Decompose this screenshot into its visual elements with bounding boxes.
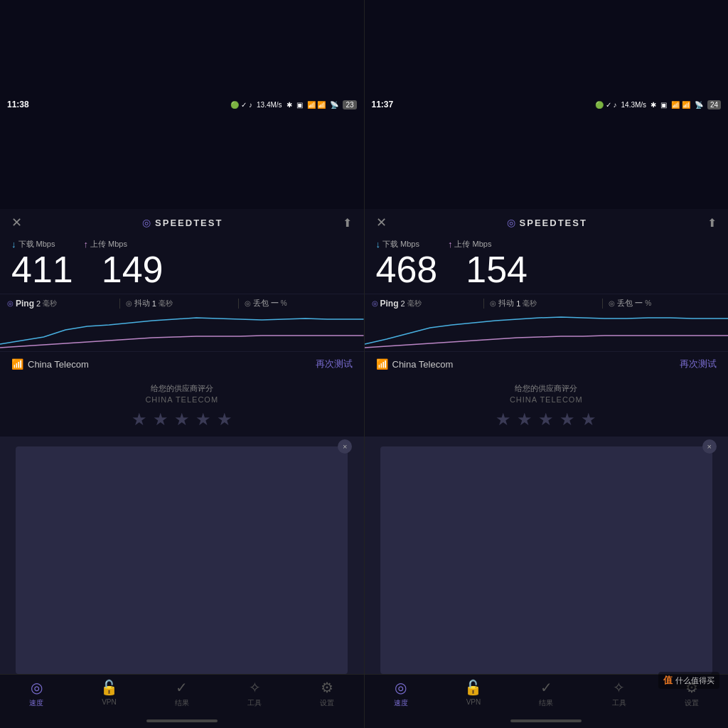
star-1-left[interactable]: ★ [132,410,147,429]
app-title-left: ◎ SPEEDTEST [142,217,223,228]
img-close-left[interactable]: × [338,439,352,454]
nav-vpn-label-right: VPN [466,698,481,706]
download-label-left: ↓ 下载 Mbps [11,239,55,250]
nav-speed-right[interactable]: ◎ 速度 [365,679,437,708]
ping-value-left: 2 [36,299,41,308]
nav-results-left[interactable]: ✓ 结果 [146,679,218,708]
graph-area-left [0,312,364,351]
nav-results-icon-left: ✓ [176,679,188,696]
share-button-left[interactable]: ⬆ [343,216,352,230]
rating-section-right: 给您的供应商评分 CHINA TELECOM ★ ★ ★ ★ ★ [365,376,729,437]
loss-item-right: ◎ 丢包 一 % [603,298,721,309]
ping-icon-right: ◎ [372,299,378,307]
graph-area-right [365,312,729,351]
speedtest-logo-left: ◎ [142,217,151,228]
dl-arrow-right: ↓ [376,239,381,250]
upload-speed-right: 154 [466,251,528,288]
ping-item-left: ◎ Ping 2 毫秒 [7,299,119,309]
wifi-icon-right: 📶 [376,358,388,370]
star-2-right[interactable]: ★ [517,410,532,429]
download-speed-right: 468 [376,251,438,288]
star-2-left[interactable]: ★ [153,410,168,429]
star-1-right[interactable]: ★ [496,410,511,429]
nav-results-right[interactable]: ✓ 结果 [510,679,582,708]
img-close-right[interactable]: × [702,439,717,454]
image-placeholder-left [16,446,348,674]
nav-tools-label-right: 工具 [612,698,626,708]
star-4-left[interactable]: ★ [196,410,211,429]
loss-unit-left: % [281,299,287,307]
wifi-icon-left: 📶 [11,358,23,370]
close-button-left[interactable]: ✕ [11,215,22,230]
ping-label-left: Ping [16,299,34,309]
close-button-right[interactable]: ✕ [376,215,387,230]
nav-tools-left[interactable]: ✧ 工具 [218,679,291,708]
star-5-left[interactable]: ★ [217,410,232,429]
jitter-icon-left: ◎ [126,299,132,307]
dl-arrow-left: ↓ [11,239,16,250]
ping-unit-left: 毫秒 [43,299,57,309]
speed-section-right: ↓ 下载 Mbps ↑ 上传 Mbps 468 154 [365,236,729,294]
star-4-right[interactable]: ★ [560,410,575,429]
loss-label-left: 丢包 [253,298,269,309]
nav-tools-label-left: 工具 [247,698,262,708]
star-5-right[interactable]: ★ [581,410,596,429]
jitter-label-right: 抖动 [498,298,514,309]
left-phone-screen: 11:38 🟢 ✓ ♪ 13.4M/s ✱ ▣ 📶 📶 📡 23 ✕ ◎ SPE… [0,0,365,728]
nav-vpn-label-left: VPN [102,698,117,706]
wifi-left: 📡 [330,101,338,109]
home-indicator-right [365,714,729,728]
download-label-right: ↓ 下载 Mbps [376,239,419,250]
speed-section-left: ↓ 下载 Mbps ↑ 上传 Mbps 411 149 [0,236,364,294]
home-indicator-left [0,714,364,728]
app-name-right: SPEEDTEST [520,218,587,228]
jitter-item-left: ◎ 抖动 1 毫秒 [120,298,238,309]
network-info-right: 📶 China Telecom 再次测试 [365,351,729,376]
nav-speed-icon-right: ◎ [395,679,407,696]
jitter-unit-right: 毫秒 [523,299,537,309]
bluetooth-icon-right: ✱ [651,101,656,109]
signal-left: 📶 📶 [307,101,326,109]
nav-vpn-icon-right: 🔓 [464,679,482,696]
star-3-right[interactable]: ★ [538,410,554,429]
jitter-unit-left: 毫秒 [159,299,173,309]
nav-speed-left[interactable]: ◎ 速度 [0,679,73,708]
ping-label-right: Ping [380,299,399,309]
nav-results-label-right: 结果 [539,698,553,708]
wifi-right-status: 📡 [695,101,703,109]
nav-settings-left[interactable]: ⚙ 设置 [291,679,363,708]
bottom-nav-left: ◎ 速度 🔓 VPN ✓ 结果 ✧ 工具 ⚙ 设置 [0,674,364,714]
watermark-text: 什么值得买 [675,675,714,686]
loss-icon-right: ◎ [609,299,615,307]
rating-title-right: 给您的供应商评分 [376,383,717,394]
share-button-right[interactable]: ⬆ [707,216,717,230]
retest-btn-right[interactable]: 再次测试 [680,358,717,370]
star-3-left[interactable]: ★ [174,410,190,429]
ping-row-left: ◎ Ping 2 毫秒 ◎ 抖动 1 毫秒 ◎ 丢包 一 % [0,294,364,312]
nav-tools-right[interactable]: ✧ 工具 [582,679,655,708]
nav-vpn-right[interactable]: 🔓 VPN [437,679,510,708]
stars-left[interactable]: ★ ★ ★ ★ ★ [11,410,353,429]
jitter-icon-right: ◎ [490,299,496,307]
network-speed-left: 13.4M/s [257,101,282,109]
loss-value-right: 一 [635,298,643,309]
nav-vpn-left[interactable]: 🔓 VPN [73,679,145,708]
battery-right: ▣ [660,101,667,109]
nav-settings-label-left: 设置 [320,698,334,708]
watermark: 值 什么值得买 [658,672,719,689]
nav-tools-icon-left: ✧ [249,679,261,696]
nav-speed-label-right: 速度 [394,698,408,708]
retest-btn-left[interactable]: 再次测试 [316,358,353,370]
loss-icon-left: ◎ [245,299,251,307]
stars-right[interactable]: ★ ★ ★ ★ ★ [376,410,717,429]
jitter-value-right: 1 [516,299,520,308]
bluetooth-icon-left: ✱ [287,101,292,109]
jitter-label-left: 抖动 [134,298,150,309]
jitter-item-right: ◎ 抖动 1 毫秒 [484,298,602,309]
loss-unit-right: % [645,299,651,307]
rating-provider-left: CHINA TELECOM [11,395,353,404]
network-name-right: China Telecom [392,359,454,370]
nav-speed-icon-left: ◎ [31,679,43,696]
speedtest-logo-right: ◎ [507,217,515,228]
upload-label-left: ↑ 上传 Mbps [83,239,127,250]
